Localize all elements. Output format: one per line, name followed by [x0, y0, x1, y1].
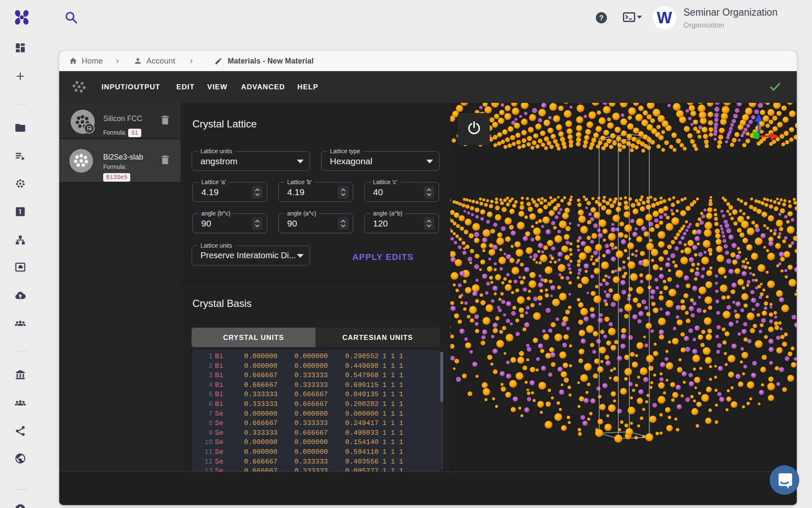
- svg-text:?: ?: [599, 14, 604, 22]
